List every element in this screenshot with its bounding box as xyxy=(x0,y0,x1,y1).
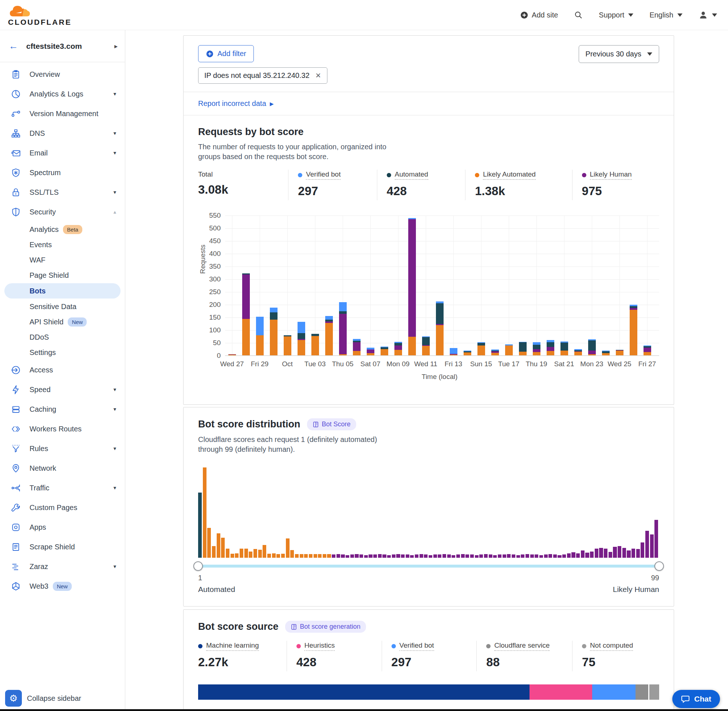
bar-tue-17[interactable] xyxy=(505,344,513,356)
distribution-bar-score-58[interactable] xyxy=(461,554,465,558)
bar-segment-verified-bot[interactable] xyxy=(256,317,264,335)
sidebar-item-dns[interactable]: DNS▾ xyxy=(0,123,125,143)
stat-label[interactable]: Heuristics xyxy=(304,642,335,651)
distribution-bar-score-26[interactable] xyxy=(313,554,317,558)
bar-segment-likely-human[interactable] xyxy=(408,219,416,337)
site-selector[interactable]: ← cftestsite3.com ▸ xyxy=(0,30,125,62)
distribution-bar-score-92[interactable] xyxy=(618,546,621,558)
sidebar-item-version-management[interactable]: Version Management xyxy=(0,104,125,123)
sidebar-item-email[interactable]: Email▾ xyxy=(0,143,125,163)
distribution-bar-score-16[interactable] xyxy=(267,554,271,558)
bar-thu-26[interactable] xyxy=(630,305,637,356)
bar-segment-automated[interactable] xyxy=(561,342,568,351)
distribution-bar-score-62[interactable] xyxy=(479,555,483,558)
bar-tue-03[interactable] xyxy=(312,334,319,356)
report-incorrect-data-link[interactable]: Report incorrect data▶ xyxy=(198,99,274,108)
bar-segment-likely-automated[interactable] xyxy=(422,346,430,356)
bar-thu-12[interactable] xyxy=(436,301,444,356)
bar-segment-verified-bot[interactable] xyxy=(298,322,305,333)
sidebar-item-traffic[interactable]: Traffic▾ xyxy=(0,478,125,498)
sidebar-item-scrape-shield[interactable]: Scrape Shield xyxy=(0,537,125,557)
bar-segment-likely-automated[interactable] xyxy=(602,353,610,356)
distribution-bar-score-17[interactable] xyxy=(272,553,276,558)
back-arrow-icon[interactable]: ← xyxy=(9,40,18,52)
stat-label[interactable]: Verified bot xyxy=(400,642,434,651)
bar-segment-likely-automated[interactable] xyxy=(477,345,485,356)
distribution-bar-score-56[interactable] xyxy=(452,555,455,558)
bar-segment-likely-human[interactable] xyxy=(533,349,540,352)
add-filter-button[interactable]: Add filter xyxy=(198,45,254,62)
bar-mon-02[interactable] xyxy=(298,322,305,356)
distribution-bar-score-98[interactable] xyxy=(645,531,649,558)
account-menu[interactable] xyxy=(698,10,717,20)
bar-mon-16[interactable] xyxy=(491,350,499,356)
distribution-bar-score-91[interactable] xyxy=(613,547,617,558)
sidebar-item-waf[interactable]: WAF xyxy=(0,252,125,268)
distribution-bar-score-40[interactable] xyxy=(378,554,382,558)
distribution-bar-score-84[interactable] xyxy=(581,550,585,558)
chevron-right-icon[interactable]: ▸ xyxy=(114,42,118,50)
distribution-bar-score-66[interactable] xyxy=(498,555,502,558)
distribution-bar-score-72[interactable] xyxy=(526,554,529,558)
sidebar-item-ssl-tls[interactable]: SSL/TLS▾ xyxy=(0,182,125,202)
distribution-bar-score-96[interactable] xyxy=(636,549,640,558)
bar-wed-27[interactable] xyxy=(228,354,236,356)
bar-fri-20[interactable] xyxy=(546,340,554,356)
bar-segment-likely-automated[interactable] xyxy=(408,337,416,356)
bar-segment-automated[interactable] xyxy=(533,345,540,349)
bar-wed-25[interactable] xyxy=(616,350,623,356)
distribution-bar-score-33[interactable] xyxy=(346,555,349,558)
bar-segment-likely-automated[interactable] xyxy=(616,351,623,356)
bar-segment-likely-automated[interactable] xyxy=(436,325,444,356)
sidebar-item-caching[interactable]: Caching▾ xyxy=(0,399,125,419)
sidebar-item-sensitive-data[interactable]: Sensitive Data xyxy=(0,299,125,314)
bar-thu-28[interactable] xyxy=(242,273,250,356)
bar-segment-verified-bot[interactable] xyxy=(270,308,278,312)
bar-segment-likely-human[interactable] xyxy=(644,348,651,352)
distribution-bar-score-51[interactable] xyxy=(429,555,432,558)
bar-tue-24[interactable] xyxy=(602,351,610,356)
bar-segment-likely-automated[interactable] xyxy=(450,355,458,356)
bar-segment-automated[interactable] xyxy=(298,333,305,339)
chat-button[interactable]: Chat xyxy=(672,690,720,708)
distribution-bar-score-78[interactable] xyxy=(553,555,557,558)
distribution-bar-score-90[interactable] xyxy=(608,552,612,558)
bar-segment-automated[interactable] xyxy=(519,342,527,351)
bar-segment-likely-automated[interactable] xyxy=(325,323,333,356)
sidebar-item-ddos[interactable]: DDoS xyxy=(0,329,125,345)
distribution-bar-score-71[interactable] xyxy=(521,555,524,558)
distribution-bar-score-22[interactable] xyxy=(295,554,298,558)
sidebar-item-rules[interactable]: Rules▾ xyxy=(0,439,125,458)
distribution-bar-score-37[interactable] xyxy=(364,555,368,558)
distribution-bar-score-68[interactable] xyxy=(507,554,511,558)
distribution-bar-score-5[interactable] xyxy=(217,533,220,558)
distribution-bar-score-18[interactable] xyxy=(276,554,280,558)
bar-segment-likely-automated[interactable] xyxy=(464,353,471,356)
bar-wed-04[interactable] xyxy=(325,316,333,356)
support-menu[interactable]: Support xyxy=(599,11,633,19)
distribution-bar-score-31[interactable] xyxy=(337,554,340,558)
distribution-bar-score-61[interactable] xyxy=(475,555,478,558)
distribution-bar-score-54[interactable] xyxy=(443,554,446,558)
bot-score-generation-badge[interactable]: Bot score generation xyxy=(285,621,366,633)
distribution-bar-score-2[interactable] xyxy=(203,468,207,558)
bar-segment-likely-automated[interactable] xyxy=(284,336,291,356)
distribution-bar-score-35[interactable] xyxy=(355,554,358,558)
sidebar-item-settings[interactable]: Settings xyxy=(0,345,125,360)
distribution-bar-score-32[interactable] xyxy=(341,555,344,558)
score-range-slider[interactable] xyxy=(198,561,659,571)
distribution-bar-score-74[interactable] xyxy=(535,555,538,558)
bar-segment-likely-automated[interactable] xyxy=(561,351,568,356)
distribution-bar-score-34[interactable] xyxy=(350,555,354,558)
distribution-bar-score-55[interactable] xyxy=(447,555,451,558)
bar-segment-likely-automated[interactable] xyxy=(546,351,554,356)
stat-label[interactable]: Likely Human xyxy=(590,170,632,180)
distribution-bar-score-100[interactable] xyxy=(654,520,658,558)
bar-segment-likely-human[interactable] xyxy=(588,351,596,354)
distribution-bar-score-8[interactable] xyxy=(230,554,234,558)
bar-segment-verified-bot[interactable] xyxy=(339,302,347,311)
distribution-bar-score-23[interactable] xyxy=(300,554,303,558)
bar-segment-verified-bot[interactable] xyxy=(325,316,333,320)
slider-handle-min[interactable] xyxy=(193,561,203,571)
distribution-bar-score-14[interactable] xyxy=(258,550,262,558)
